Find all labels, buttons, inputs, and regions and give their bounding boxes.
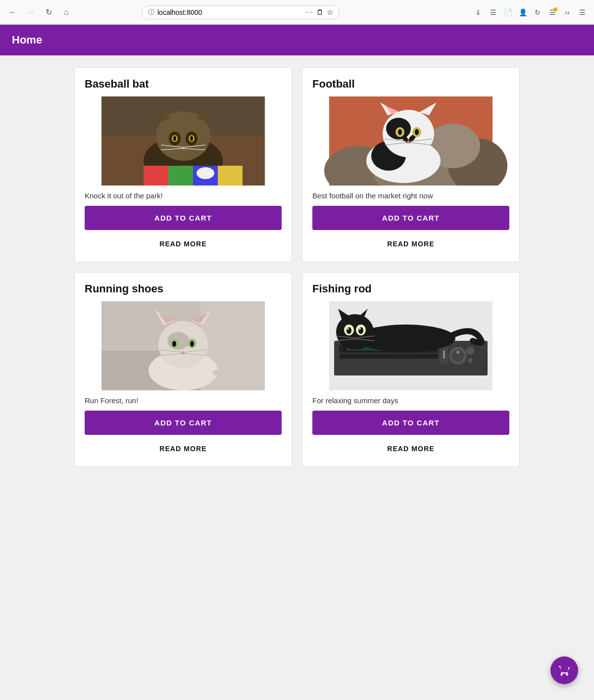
product-card-baseball-bat: Baseball bat (74, 67, 292, 262)
product-card-running-shoes: Running shoes (74, 272, 292, 467)
home-button[interactable]: ⌂ (59, 5, 73, 19)
extensions-icon[interactable]: ☰ (546, 6, 558, 18)
page-title: Home (12, 34, 582, 47)
reload-button[interactable]: ↻ (42, 5, 55, 19)
product-title-football: Football (312, 78, 509, 91)
svg-point-36 (398, 129, 402, 135)
read-more-button-running-shoes[interactable]: READ MORE (85, 441, 282, 457)
read-more-button-baseball-bat[interactable]: READ MORE (85, 236, 282, 252)
add-to-cart-button-fishing-rod[interactable]: ADD TO CART (312, 411, 509, 435)
read-more-button-football[interactable]: READ MORE (312, 236, 509, 252)
account-icon[interactable]: 👤 (517, 6, 529, 18)
browser-toolbar-right: ⇓ ☰ 📄 👤 ↻ ☰ ›› ☰ (472, 6, 588, 18)
read-more-button-fishing-rod[interactable]: READ MORE (312, 441, 509, 457)
product-image-wrapper-football (312, 96, 509, 186)
sync-icon[interactable]: ↻ (532, 6, 544, 18)
add-to-cart-button-running-shoes[interactable]: ADD TO CART (85, 411, 282, 435)
hamburger-menu-icon[interactable]: ☰ (576, 6, 588, 18)
product-image-fishing-rod (312, 301, 509, 390)
svg-point-72 (468, 358, 473, 363)
svg-rect-74 (443, 351, 445, 359)
more-options-icon: ··· (305, 8, 313, 17)
info-icon: ⓘ (148, 8, 154, 17)
bookmark-icon[interactable]: ☆ (327, 8, 333, 17)
product-title-fishing-rod: Fishing rod (312, 282, 509, 295)
cart-fab-button[interactable] (550, 656, 578, 684)
product-description-baseball-bat: Knock it out of the park! (85, 191, 282, 200)
svg-rect-18 (168, 166, 193, 186)
svg-point-11 (190, 136, 193, 141)
product-image-running-shoes (85, 301, 282, 390)
product-card-fishing-rod: Fishing rod (302, 272, 520, 467)
reader-icon[interactable]: 📄 (502, 6, 514, 18)
svg-point-55 (172, 341, 176, 347)
svg-point-21 (197, 167, 214, 179)
product-description-running-shoes: Run Forest, run! (85, 396, 282, 405)
product-description-football: Best football on the market right now (312, 191, 509, 200)
pocket-icon[interactable]: 🗒 (316, 8, 324, 16)
site-header: Home (0, 25, 594, 55)
svg-point-83 (347, 327, 349, 330)
svg-rect-65 (339, 354, 438, 359)
product-image-wrapper-baseball-bat (85, 96, 282, 186)
svg-point-76 (336, 314, 374, 350)
svg-point-70 (456, 351, 459, 354)
product-card-football: Football (302, 67, 520, 262)
svg-rect-20 (218, 166, 243, 186)
product-image-wrapper-running-shoes (85, 301, 282, 390)
bookmarks-icon[interactable]: ☰ (487, 6, 499, 18)
product-image-wrapper-fishing-rod (312, 301, 509, 390)
download-icon[interactable]: ⇓ (472, 6, 484, 18)
svg-point-37 (415, 129, 419, 135)
url-input[interactable] (157, 8, 302, 16)
svg-point-56 (190, 341, 194, 347)
svg-rect-17 (144, 166, 168, 186)
product-grid: Baseball bat (74, 67, 520, 467)
product-title-baseball-bat: Baseball bat (85, 78, 282, 91)
overflow-menu-icon[interactable]: ›› (561, 6, 573, 18)
cart-icon (558, 664, 571, 677)
add-to-cart-button-football[interactable]: ADD TO CART (312, 206, 509, 230)
product-title-running-shoes: Running shoes (85, 282, 282, 295)
browser-chrome: ← → ↻ ⌂ ⓘ ··· 🗒 ☆ ⇓ ☰ 📄 👤 ↻ ☰ ›› ☰ (0, 0, 594, 25)
svg-point-10 (173, 136, 176, 141)
forward-button[interactable]: → (24, 5, 38, 19)
address-bar[interactable]: ⓘ ··· 🗒 ☆ (142, 5, 340, 19)
main-content: Baseball bat (0, 55, 594, 479)
back-button[interactable]: ← (6, 5, 20, 19)
product-description-fishing-rod: For relaxing summer days (312, 396, 509, 405)
product-image-baseball-bat (85, 96, 282, 186)
add-to-cart-button-baseball-bat[interactable]: ADD TO CART (85, 206, 282, 230)
svg-point-71 (466, 347, 474, 355)
product-image-football (312, 96, 509, 186)
svg-point-84 (359, 327, 361, 330)
